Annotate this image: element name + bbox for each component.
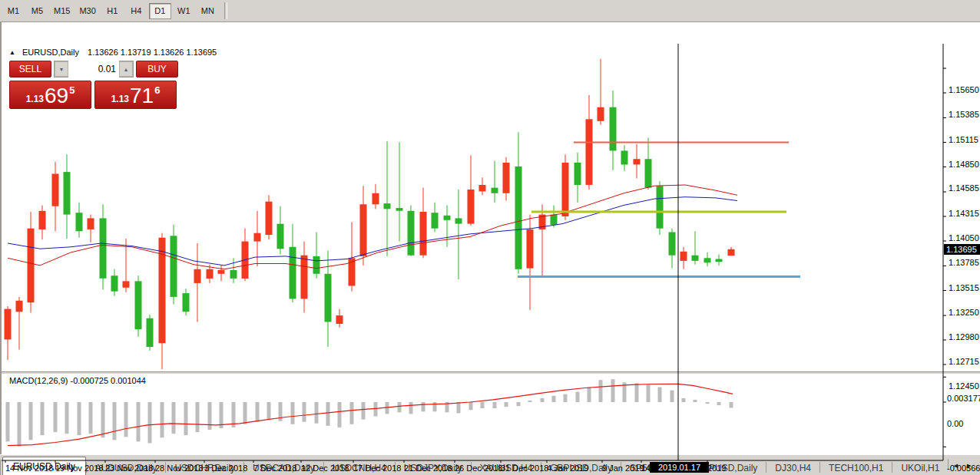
timeframe-button-m5[interactable]: M5	[26, 3, 48, 19]
chart-symbol-title: EURUSD,Daily	[22, 48, 79, 57]
sell-price-panel[interactable]: 1.13 69 5	[9, 81, 91, 109]
timeframe-button-h4[interactable]: H4	[125, 3, 147, 19]
sell-price-prefix: 1.13	[26, 94, 44, 104]
lot-increase-button[interactable]: ▲	[119, 61, 133, 77]
macd-axis-label: 0.003177	[947, 394, 980, 403]
timeframe-button-m30[interactable]: M30	[75, 3, 99, 19]
date-axis-label: 9 Jan 2019	[602, 463, 644, 473]
price-axis-label: 1.12715	[949, 357, 979, 366]
crosshair-date-label: 2019.01.17 0:00	[650, 462, 709, 473]
buy-price-panel[interactable]: 1.13 71 6	[94, 81, 177, 109]
chevron-down-icon: ▼	[59, 67, 65, 72]
buy-price-prefix: 1.13	[111, 94, 129, 104]
date-axis-label: 2019	[707, 463, 726, 473]
buy-button[interactable]: BUY	[136, 61, 178, 78]
price-axis-label: 1.13515	[949, 283, 979, 292]
date-axis-label: 4 Jan 2019	[547, 463, 588, 473]
macd-axis-label: -0.005667	[947, 463, 980, 473]
date-axis-label: 12 Dec 2018	[301, 463, 349, 473]
date-axis-label: 21 Dec 2018	[404, 463, 452, 473]
tabbar-stub	[0, 460, 1, 475]
chart-title-row: ▲ EURUSD,Daily 1.13626 1.13719 1.13626 1…	[9, 48, 221, 57]
timeframe-button-h1[interactable]: H1	[101, 3, 124, 19]
one-click-trading-panel: SELL ▼ ▲ BUY 1.13 69 5 1.13 71 6	[9, 60, 178, 109]
date-axis-label: 19 Nov 2018	[55, 463, 103, 473]
chevron-up-icon: ▲	[124, 67, 129, 72]
price-axis-label: 1.15650	[949, 85, 979, 94]
lot-decrease-button[interactable]: ▼	[55, 61, 68, 77]
timeframe-button-d1[interactable]: D1	[149, 3, 171, 19]
chart-ohlc-values: 1.13626 1.13719 1.13626 1.13695	[88, 48, 217, 57]
timeframe-button-mn[interactable]: MN	[197, 3, 219, 19]
date-axis-label: 17 Dec 2018	[353, 463, 401, 473]
price-axis-label: 1.14585	[949, 183, 979, 193]
date-axis-label: 7 Dec 2018	[253, 463, 296, 473]
sell-price-pip: 5	[69, 84, 74, 96]
date-axis-label: 23 Nov 2018	[105, 463, 153, 473]
price-axis-label: 1.14050	[949, 233, 979, 242]
buy-price-big: 71	[130, 85, 154, 107]
price-axis-label: 1.15115	[949, 135, 978, 144]
date-axis-label: 3 Dec 2018	[204, 463, 247, 473]
lot-size-input[interactable]	[68, 61, 119, 78]
price-axis-label: 1.14850	[949, 160, 979, 169]
date-axis-label: 28 Nov 2018	[155, 463, 203, 473]
price-axis-label: 1.15385	[949, 110, 979, 119]
collapse-icon[interactable]: ▲	[9, 49, 15, 56]
timeframe-button-m1[interactable]: M1	[2, 3, 25, 19]
sell-button[interactable]: SELL	[9, 61, 51, 78]
lot-stepper: ▼ ▲	[54, 61, 134, 78]
buy-price-pip: 6	[154, 84, 160, 96]
price-axis-label: 1.13785	[949, 258, 979, 267]
current-price-label: 1.13695	[944, 244, 980, 255]
macd-indicator-label: MACD(12,26,9) -0.000725 0.001044	[9, 376, 146, 385]
timeframe-button-m15[interactable]: M15	[50, 3, 74, 19]
macd-axis-label: 0.00	[947, 419, 963, 428]
date-axis-label: 26 Dec 2018	[455, 463, 502, 473]
date-axis-label: 14 Nov 2018	[5, 463, 53, 473]
price-axis-label: 1.12980	[949, 332, 979, 341]
sell-price-big: 69	[45, 85, 68, 107]
timeframe-button-w1[interactable]: W1	[173, 3, 195, 19]
price-axis-label: 1.12450	[949, 381, 979, 391]
price-axis-label: 1.14315	[949, 209, 979, 218]
timeframe-toolbar: M1M5M15M30H1H4D1W1MN	[0, 0, 980, 21]
price-axis-label: 1.13250	[949, 308, 979, 317]
chart-window[interactable]: ▲ EURUSD,Daily 1.13626 1.13719 1.13626 1…	[0, 21, 980, 454]
toolbar-separator	[224, 2, 227, 19]
date-axis-label: 31 Dec 2018	[501, 463, 548, 473]
